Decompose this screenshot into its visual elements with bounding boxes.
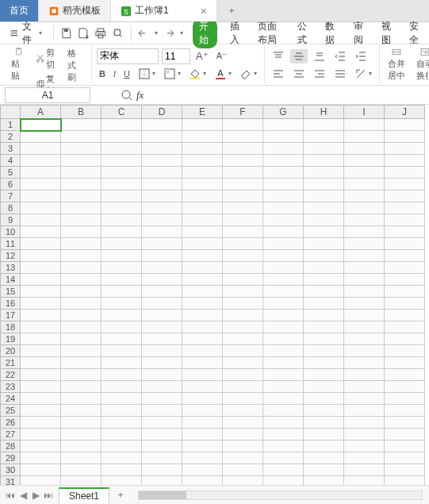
cell[interactable]	[61, 321, 102, 333]
cell[interactable]	[344, 143, 385, 155]
cell[interactable]	[304, 298, 344, 310]
row-header[interactable]: 7	[0, 190, 21, 202]
cell[interactable]	[304, 393, 344, 405]
cell[interactable]	[61, 155, 102, 167]
select-all-corner[interactable]	[0, 105, 21, 119]
cell[interactable]	[182, 131, 223, 143]
cell[interactable]	[61, 310, 102, 321]
cell[interactable]	[344, 214, 385, 226]
cell[interactable]	[102, 417, 142, 429]
print-preview-button[interactable]	[112, 25, 124, 41]
cell[interactable]	[142, 262, 182, 274]
menu-insert[interactable]: 插入	[227, 18, 245, 48]
cell[interactable]	[182, 345, 223, 357]
tab-template[interactable]: 稻壳模板	[39, 0, 111, 21]
cell[interactable]	[223, 202, 263, 214]
cell[interactable]	[21, 405, 61, 417]
cell[interactable]	[385, 143, 425, 155]
cell[interactable]	[21, 238, 61, 250]
row-header[interactable]: 1	[0, 119, 21, 131]
cell[interactable]	[344, 429, 385, 441]
cell[interactable]	[142, 167, 182, 179]
cell[interactable]	[21, 202, 61, 214]
cell[interactable]	[102, 250, 142, 262]
horizontal-scrollbar[interactable]	[138, 491, 423, 500]
cell[interactable]	[102, 333, 142, 345]
cell[interactable]	[102, 119, 142, 131]
italic-button[interactable]: I	[111, 68, 118, 79]
cell[interactable]	[385, 357, 425, 369]
row-header[interactable]: 13	[0, 262, 21, 274]
cell[interactable]	[142, 345, 182, 357]
column-header[interactable]: E	[182, 105, 223, 119]
cell[interactable]	[223, 286, 263, 298]
cell[interactable]	[21, 333, 61, 345]
cell[interactable]	[385, 202, 425, 214]
cell[interactable]	[61, 190, 102, 202]
cell[interactable]	[223, 381, 263, 393]
row-header[interactable]: 12	[0, 250, 21, 262]
row-header[interactable]: 17	[0, 310, 21, 321]
cell[interactable]	[142, 464, 182, 476]
cell[interactable]	[263, 393, 304, 405]
cell[interactable]	[142, 119, 182, 131]
align-top-button[interactable]	[270, 49, 287, 63]
cell[interactable]	[61, 333, 102, 345]
cell[interactable]	[21, 262, 61, 274]
cell[interactable]	[385, 238, 425, 250]
cell[interactable]	[344, 226, 385, 238]
cell[interactable]	[223, 452, 263, 464]
cell[interactable]	[263, 357, 304, 369]
cell[interactable]	[344, 417, 385, 429]
cell[interactable]	[61, 167, 102, 179]
cell[interactable]	[21, 369, 61, 381]
cell[interactable]	[61, 417, 102, 429]
cell[interactable]	[344, 441, 385, 452]
cell[interactable]	[223, 357, 263, 369]
cell[interactable]	[102, 262, 142, 274]
cell[interactable]	[263, 452, 304, 464]
row-header[interactable]: 21	[0, 357, 21, 369]
cell[interactable]	[385, 262, 425, 274]
row-header[interactable]: 8	[0, 202, 21, 214]
cell[interactable]	[102, 143, 142, 155]
column-header[interactable]: B	[61, 105, 102, 119]
cell[interactable]	[344, 155, 385, 167]
cell[interactable]	[182, 369, 223, 381]
cell[interactable]	[304, 369, 344, 381]
increase-indent-button[interactable]	[352, 49, 370, 63]
column-header[interactable]: I	[344, 105, 385, 119]
fill-color-button[interactable]: ▾	[186, 67, 209, 81]
save-button[interactable]	[60, 25, 73, 41]
column-header[interactable]: F	[223, 105, 263, 119]
cell[interactable]	[61, 131, 102, 143]
cell[interactable]	[304, 202, 344, 214]
cell[interactable]	[61, 179, 102, 190]
cell[interactable]	[223, 250, 263, 262]
cell[interactable]	[102, 310, 142, 321]
cell[interactable]	[385, 464, 425, 476]
name-box[interactable]: A1	[5, 87, 90, 103]
cell[interactable]	[142, 250, 182, 262]
cell[interactable]	[304, 333, 344, 345]
cell[interactable]	[263, 464, 304, 476]
cell[interactable]	[182, 155, 223, 167]
cell[interactable]	[21, 381, 61, 393]
cell[interactable]	[182, 452, 223, 464]
cell[interactable]	[182, 333, 223, 345]
cell[interactable]	[304, 357, 344, 369]
cell[interactable]	[263, 345, 304, 357]
cell[interactable]	[21, 155, 61, 167]
cell[interactable]	[223, 345, 263, 357]
cell[interactable]	[344, 131, 385, 143]
cell[interactable]	[344, 262, 385, 274]
cell[interactable]	[344, 274, 385, 286]
cell[interactable]	[385, 393, 425, 405]
cell[interactable]	[102, 405, 142, 417]
cell[interactable]	[182, 190, 223, 202]
cell[interactable]	[223, 441, 263, 452]
cell[interactable]	[344, 369, 385, 381]
cell[interactable]	[304, 381, 344, 393]
cell[interactable]	[142, 155, 182, 167]
cell[interactable]	[385, 441, 425, 452]
